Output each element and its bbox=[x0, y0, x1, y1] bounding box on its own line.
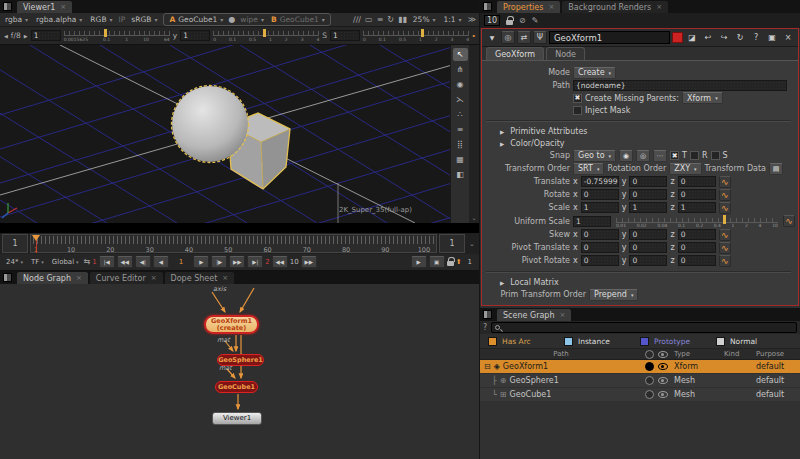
expander-icon[interactable]: ⊟ bbox=[484, 362, 491, 371]
ip-toggle[interactable]: IP bbox=[119, 15, 126, 24]
close-icon[interactable]: × bbox=[76, 274, 82, 282]
saturation-field[interactable]: 1 bbox=[330, 30, 360, 41]
tf-dropdown[interactable]: TF bbox=[28, 256, 47, 268]
loop-mode-icon[interactable]: ⇆ bbox=[84, 256, 91, 268]
node-menu-icon[interactable]: ▼ bbox=[485, 31, 499, 44]
range-start-field[interactable]: 1 bbox=[2, 234, 28, 253]
refresh-icon[interactable]: ↻ bbox=[387, 14, 394, 26]
scenegraph-row-geocube1[interactable]: └ ⊞ GeoCube1 Mesh default bbox=[480, 388, 800, 402]
gizmo-icon[interactable]: ⬩ bbox=[472, 30, 475, 42]
saturation-slider[interactable]: 00.10.51234 bbox=[363, 29, 469, 43]
create-missing-parents-dropdown[interactable]: Xform bbox=[682, 92, 723, 104]
revert-icon[interactable]: ↻ bbox=[733, 31, 747, 44]
prev-fstop-icon[interactable]: ◀ bbox=[4, 33, 8, 39]
translate-x-field[interactable]: -0.75999999 bbox=[581, 176, 619, 187]
column-path[interactable]: Path bbox=[484, 350, 638, 358]
bounds-display-icon[interactable]: ◧ bbox=[453, 168, 468, 181]
play-forward-fast-button[interactable]: ▶▶ bbox=[229, 256, 245, 268]
node-color-swatch[interactable] bbox=[672, 32, 683, 43]
pane-menu-icon[interactable] bbox=[483, 310, 492, 319]
monitor-out-icon[interactable]: ▭ bbox=[365, 14, 373, 26]
snap-r-checkbox[interactable] bbox=[690, 151, 699, 160]
lock-range-icon[interactable] bbox=[447, 261, 454, 266]
visibility-icon[interactable] bbox=[658, 351, 668, 358]
translate-z-field[interactable]: 0 bbox=[678, 176, 716, 187]
nodegraph-canvas[interactable]: axis mat mat GeoXform1 (create) GeoSpher… bbox=[0, 284, 479, 459]
tab-node[interactable]: Node bbox=[546, 47, 585, 60]
snap-settings-icon[interactable]: ◎ bbox=[636, 150, 650, 162]
step-forward-button[interactable]: |▶ bbox=[211, 256, 227, 268]
pivot-tool-icon[interactable]: ∴ bbox=[453, 108, 468, 121]
node-viewer1[interactable]: Viewer1 bbox=[212, 412, 262, 425]
input-b-dropdown[interactable]: BGeoCube1 bbox=[269, 14, 327, 26]
input-a-dropdown[interactable]: AGeoCube1 bbox=[167, 14, 225, 26]
tab-properties[interactable]: Properties × bbox=[497, 1, 560, 13]
close-icon[interactable]: × bbox=[151, 274, 157, 282]
visibility-icon[interactable] bbox=[658, 377, 668, 384]
out-frame-label[interactable]: 2 bbox=[265, 258, 269, 266]
channels-dropdown[interactable]: RGB bbox=[88, 14, 114, 26]
uniform-scale-slider[interactable]: 0.010.020.040.10.20.412410 bbox=[616, 215, 778, 228]
redo-icon[interactable]: ↪ bbox=[717, 31, 731, 44]
saturation-label[interactable]: S bbox=[322, 31, 327, 40]
visibility-icon[interactable] bbox=[658, 391, 668, 398]
histogram-icon[interactable]: ≡ bbox=[377, 14, 384, 26]
local-matrix-group[interactable]: Local Matrix bbox=[500, 278, 559, 287]
column-type[interactable]: Type bbox=[674, 350, 724, 358]
rotate-x-field[interactable]: 0 bbox=[581, 189, 619, 200]
skew-x-field[interactable]: 0 bbox=[581, 229, 619, 240]
node-halfcolor-icon[interactable]: ◪ bbox=[685, 31, 699, 44]
snap-geo-icon[interactable]: ◉ bbox=[619, 150, 633, 162]
path-field[interactable]: {nodename} bbox=[573, 80, 787, 91]
tab-dope-sheet[interactable]: Dope Sheet × bbox=[165, 272, 235, 284]
timeline-track[interactable]: 1 10 20 30 40 50 60 70 80 90 100 bbox=[30, 234, 437, 253]
pause-icon[interactable]: ▮▮ bbox=[398, 14, 407, 26]
rotate-animation-button[interactable]: ∿ bbox=[719, 189, 731, 201]
float-panel-icon[interactable]: ▣ bbox=[765, 31, 779, 44]
tab-geoxform[interactable]: GeoXform bbox=[486, 47, 544, 60]
snap-t-checkbox[interactable]: ✖ bbox=[670, 151, 679, 160]
goto-start-button[interactable]: |◀ bbox=[99, 256, 115, 268]
skip-forward-button[interactable]: ▶▶ bbox=[301, 256, 317, 268]
close-icon[interactable]: × bbox=[656, 3, 662, 11]
skip-back-button[interactable]: ◀◀ bbox=[272, 256, 288, 268]
gain-slider[interactable]: 0.00156250.111064 bbox=[64, 29, 170, 43]
primitive-attributes-group[interactable]: Primitive Attributes bbox=[500, 127, 588, 136]
pivot-translate-y-field[interactable]: 0 bbox=[629, 242, 667, 253]
gamma-field[interactable]: 1 bbox=[180, 30, 210, 41]
fullscreen-button[interactable]: ▣ bbox=[429, 256, 445, 268]
create-missing-parents-checkbox[interactable]: ✖ bbox=[573, 94, 582, 103]
close-icon[interactable]: × bbox=[548, 3, 554, 11]
play-backward-fast-button[interactable]: ◀◀ bbox=[117, 256, 133, 268]
rotation-order-dropdown[interactable]: ZXY bbox=[669, 163, 701, 175]
current-frame-label[interactable]: 1 bbox=[179, 258, 183, 266]
rotate-y-field[interactable]: 0 bbox=[629, 189, 667, 200]
visibility-icon[interactable] bbox=[658, 363, 668, 370]
uniform-scale-animation-button[interactable]: ∿ bbox=[783, 215, 795, 227]
translate-y-field[interactable]: 0 bbox=[629, 176, 667, 187]
tab-background-renders[interactable]: Background Renders × bbox=[562, 1, 668, 13]
pane-menu-icon[interactable] bbox=[3, 2, 12, 11]
node-geoxform1[interactable]: GeoXform1 (create) bbox=[204, 315, 259, 334]
scenegraph-row-geosphere1[interactable]: ├ ⊕ GeoSphere1 Mesh default bbox=[480, 374, 800, 388]
inject-mask-checkbox[interactable] bbox=[573, 106, 582, 115]
active-state-icon[interactable] bbox=[645, 350, 654, 359]
scale-z-field[interactable]: 1 bbox=[678, 202, 716, 213]
pivot-rotate-z-field[interactable]: 0 bbox=[678, 255, 716, 266]
column-kind[interactable]: Kind bbox=[724, 350, 756, 358]
fps-dropdown[interactable]: 24* bbox=[3, 256, 26, 268]
tab-curve-editor[interactable]: Curve Editor × bbox=[90, 272, 163, 284]
edit-icon[interactable]: ✎ bbox=[532, 15, 539, 27]
points-display-icon[interactable]: ⣿ bbox=[453, 138, 468, 151]
scale-animation-button[interactable]: ∿ bbox=[719, 202, 731, 214]
skew-animation-button[interactable]: ∿ bbox=[719, 229, 731, 241]
gain-field[interactable]: 1 bbox=[31, 30, 61, 41]
color-opacity-group[interactable]: Color/Opacity bbox=[500, 139, 565, 148]
proxy-dropdown[interactable]: 1:1 bbox=[442, 14, 464, 26]
pane-menu-icon[interactable] bbox=[3, 273, 12, 282]
pivot-translate-z-field[interactable]: 0 bbox=[678, 242, 716, 253]
next-fstop-icon[interactable]: ▶ bbox=[24, 33, 28, 39]
collapse-chevron-icon[interactable]: ⌄ bbox=[471, 214, 476, 221]
fstop-label[interactable]: f/8 bbox=[11, 31, 21, 40]
transform-order-dropdown[interactable]: SRT bbox=[573, 163, 604, 175]
